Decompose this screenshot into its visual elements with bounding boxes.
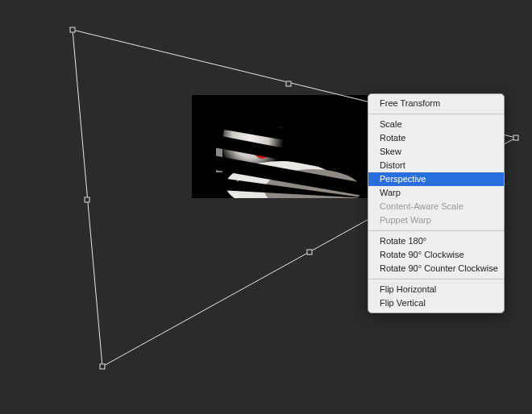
menu-item-scale[interactable]: Scale [368,118,504,131]
transform-handle-corner[interactable] [70,27,76,33]
transform-context-menu: Free Transform Scale Rotate Skew Distort… [368,93,505,313]
menu-separator [368,279,504,279]
transform-handle-corner[interactable] [513,135,519,141]
menu-item-content-aware-scale: Content-Aware Scale [368,200,504,213]
canvas-image[interactable] [192,95,368,198]
menu-item-flip-vertical[interactable]: Flip Vertical [368,296,504,310]
transform-handle-corner[interactable] [100,364,106,370]
menu-item-rotate[interactable]: Rotate [368,131,504,145]
menu-item-rotate-180[interactable]: Rotate 180° [368,234,504,248]
menu-item-free-transform[interactable]: Free Transform [368,97,504,110]
menu-separator [368,230,504,231]
transform-handle-edge[interactable] [286,81,292,87]
menu-item-puppet-warp: Puppet Warp [368,213,504,227]
menu-item-skew[interactable]: Skew [368,145,504,159]
menu-item-warp[interactable]: Warp [368,186,504,200]
menu-item-flip-horizontal[interactable]: Flip Horizontal [368,283,504,296]
menu-item-rotate-90-cw[interactable]: Rotate 90° Clockwise [368,248,504,262]
transform-handle-edge[interactable] [85,197,90,203]
menu-separator [368,114,504,114]
transform-handle-edge[interactable] [307,250,313,255]
menu-item-distort[interactable]: Distort [368,159,504,172]
menu-item-rotate-90-ccw[interactable]: Rotate 90° Counter Clockwise [368,262,504,275]
menu-item-perspective[interactable]: Perspective [368,172,504,186]
